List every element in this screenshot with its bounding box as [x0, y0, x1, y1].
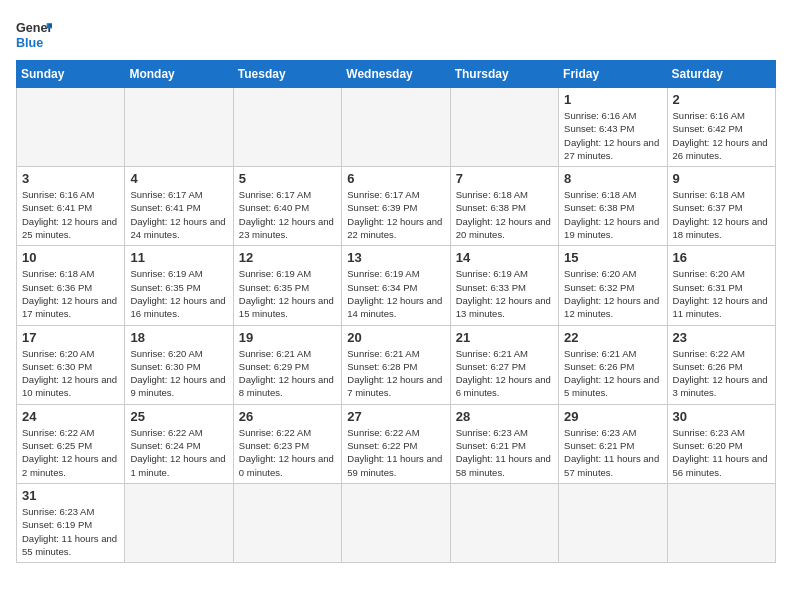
day-info: Sunrise: 6:19 AM Sunset: 6:34 PM Dayligh…	[347, 267, 444, 320]
day-cell	[450, 88, 558, 167]
day-number: 3	[22, 171, 119, 186]
day-number: 1	[564, 92, 661, 107]
day-info: Sunrise: 6:19 AM Sunset: 6:35 PM Dayligh…	[239, 267, 336, 320]
day-info: Sunrise: 6:21 AM Sunset: 6:26 PM Dayligh…	[564, 347, 661, 400]
day-number: 20	[347, 330, 444, 345]
day-info: Sunrise: 6:23 AM Sunset: 6:20 PM Dayligh…	[673, 426, 770, 479]
day-info: Sunrise: 6:20 AM Sunset: 6:32 PM Dayligh…	[564, 267, 661, 320]
week-row-5: 24Sunrise: 6:22 AM Sunset: 6:25 PM Dayli…	[17, 404, 776, 483]
day-info: Sunrise: 6:23 AM Sunset: 6:21 PM Dayligh…	[564, 426, 661, 479]
weekday-header-row: SundayMondayTuesdayWednesdayThursdayFrid…	[17, 61, 776, 88]
day-number: 15	[564, 250, 661, 265]
day-info: Sunrise: 6:22 AM Sunset: 6:22 PM Dayligh…	[347, 426, 444, 479]
day-cell: 7Sunrise: 6:18 AM Sunset: 6:38 PM Daylig…	[450, 167, 558, 246]
day-number: 13	[347, 250, 444, 265]
day-cell	[125, 483, 233, 562]
weekday-header-thursday: Thursday	[450, 61, 558, 88]
day-number: 10	[22, 250, 119, 265]
day-cell: 28Sunrise: 6:23 AM Sunset: 6:21 PM Dayli…	[450, 404, 558, 483]
day-info: Sunrise: 6:18 AM Sunset: 6:37 PM Dayligh…	[673, 188, 770, 241]
day-info: Sunrise: 6:21 AM Sunset: 6:29 PM Dayligh…	[239, 347, 336, 400]
day-number: 7	[456, 171, 553, 186]
day-cell: 10Sunrise: 6:18 AM Sunset: 6:36 PM Dayli…	[17, 246, 125, 325]
week-row-4: 17Sunrise: 6:20 AM Sunset: 6:30 PM Dayli…	[17, 325, 776, 404]
day-number: 19	[239, 330, 336, 345]
day-number: 14	[456, 250, 553, 265]
day-cell	[450, 483, 558, 562]
weekday-header-friday: Friday	[559, 61, 667, 88]
header: General Blue	[16, 16, 776, 52]
day-number: 18	[130, 330, 227, 345]
day-cell: 3Sunrise: 6:16 AM Sunset: 6:41 PM Daylig…	[17, 167, 125, 246]
svg-text:Blue: Blue	[16, 36, 43, 50]
day-number: 26	[239, 409, 336, 424]
day-cell: 25Sunrise: 6:22 AM Sunset: 6:24 PM Dayli…	[125, 404, 233, 483]
day-cell: 9Sunrise: 6:18 AM Sunset: 6:37 PM Daylig…	[667, 167, 775, 246]
day-cell: 5Sunrise: 6:17 AM Sunset: 6:40 PM Daylig…	[233, 167, 341, 246]
day-number: 21	[456, 330, 553, 345]
day-info: Sunrise: 6:19 AM Sunset: 6:35 PM Dayligh…	[130, 267, 227, 320]
day-cell: 18Sunrise: 6:20 AM Sunset: 6:30 PM Dayli…	[125, 325, 233, 404]
day-number: 16	[673, 250, 770, 265]
day-info: Sunrise: 6:22 AM Sunset: 6:24 PM Dayligh…	[130, 426, 227, 479]
day-cell: 26Sunrise: 6:22 AM Sunset: 6:23 PM Dayli…	[233, 404, 341, 483]
day-number: 30	[673, 409, 770, 424]
day-cell: 15Sunrise: 6:20 AM Sunset: 6:32 PM Dayli…	[559, 246, 667, 325]
calendar-table: SundayMondayTuesdayWednesdayThursdayFrid…	[16, 60, 776, 563]
weekday-header-wednesday: Wednesday	[342, 61, 450, 88]
day-info: Sunrise: 6:21 AM Sunset: 6:27 PM Dayligh…	[456, 347, 553, 400]
day-cell	[233, 88, 341, 167]
day-info: Sunrise: 6:23 AM Sunset: 6:21 PM Dayligh…	[456, 426, 553, 479]
day-number: 22	[564, 330, 661, 345]
day-number: 6	[347, 171, 444, 186]
day-cell: 2Sunrise: 6:16 AM Sunset: 6:42 PM Daylig…	[667, 88, 775, 167]
day-cell: 19Sunrise: 6:21 AM Sunset: 6:29 PM Dayli…	[233, 325, 341, 404]
day-number: 29	[564, 409, 661, 424]
day-cell: 31Sunrise: 6:23 AM Sunset: 6:19 PM Dayli…	[17, 483, 125, 562]
day-number: 31	[22, 488, 119, 503]
day-info: Sunrise: 6:22 AM Sunset: 6:25 PM Dayligh…	[22, 426, 119, 479]
day-number: 12	[239, 250, 336, 265]
day-info: Sunrise: 6:16 AM Sunset: 6:43 PM Dayligh…	[564, 109, 661, 162]
day-cell: 13Sunrise: 6:19 AM Sunset: 6:34 PM Dayli…	[342, 246, 450, 325]
day-cell: 16Sunrise: 6:20 AM Sunset: 6:31 PM Dayli…	[667, 246, 775, 325]
day-info: Sunrise: 6:22 AM Sunset: 6:26 PM Dayligh…	[673, 347, 770, 400]
day-cell: 14Sunrise: 6:19 AM Sunset: 6:33 PM Dayli…	[450, 246, 558, 325]
week-row-3: 10Sunrise: 6:18 AM Sunset: 6:36 PM Dayli…	[17, 246, 776, 325]
day-cell	[667, 483, 775, 562]
day-number: 9	[673, 171, 770, 186]
day-number: 4	[130, 171, 227, 186]
day-info: Sunrise: 6:21 AM Sunset: 6:28 PM Dayligh…	[347, 347, 444, 400]
day-cell: 17Sunrise: 6:20 AM Sunset: 6:30 PM Dayli…	[17, 325, 125, 404]
day-cell: 12Sunrise: 6:19 AM Sunset: 6:35 PM Dayli…	[233, 246, 341, 325]
day-number: 28	[456, 409, 553, 424]
week-row-1: 1Sunrise: 6:16 AM Sunset: 6:43 PM Daylig…	[17, 88, 776, 167]
logo-icon: General Blue	[16, 16, 52, 52]
day-info: Sunrise: 6:17 AM Sunset: 6:40 PM Dayligh…	[239, 188, 336, 241]
week-row-2: 3Sunrise: 6:16 AM Sunset: 6:41 PM Daylig…	[17, 167, 776, 246]
day-cell: 21Sunrise: 6:21 AM Sunset: 6:27 PM Dayli…	[450, 325, 558, 404]
day-cell	[559, 483, 667, 562]
day-cell	[125, 88, 233, 167]
day-info: Sunrise: 6:19 AM Sunset: 6:33 PM Dayligh…	[456, 267, 553, 320]
day-info: Sunrise: 6:16 AM Sunset: 6:42 PM Dayligh…	[673, 109, 770, 162]
day-cell: 24Sunrise: 6:22 AM Sunset: 6:25 PM Dayli…	[17, 404, 125, 483]
day-number: 23	[673, 330, 770, 345]
day-info: Sunrise: 6:20 AM Sunset: 6:31 PM Dayligh…	[673, 267, 770, 320]
day-number: 11	[130, 250, 227, 265]
day-cell: 22Sunrise: 6:21 AM Sunset: 6:26 PM Dayli…	[559, 325, 667, 404]
day-cell: 6Sunrise: 6:17 AM Sunset: 6:39 PM Daylig…	[342, 167, 450, 246]
day-cell	[342, 483, 450, 562]
day-info: Sunrise: 6:17 AM Sunset: 6:41 PM Dayligh…	[130, 188, 227, 241]
day-cell: 27Sunrise: 6:22 AM Sunset: 6:22 PM Dayli…	[342, 404, 450, 483]
weekday-header-sunday: Sunday	[17, 61, 125, 88]
day-info: Sunrise: 6:18 AM Sunset: 6:38 PM Dayligh…	[564, 188, 661, 241]
logo: General Blue	[16, 16, 52, 52]
day-cell: 30Sunrise: 6:23 AM Sunset: 6:20 PM Dayli…	[667, 404, 775, 483]
day-cell: 8Sunrise: 6:18 AM Sunset: 6:38 PM Daylig…	[559, 167, 667, 246]
day-cell: 29Sunrise: 6:23 AM Sunset: 6:21 PM Dayli…	[559, 404, 667, 483]
day-number: 24	[22, 409, 119, 424]
day-cell	[233, 483, 341, 562]
day-number: 27	[347, 409, 444, 424]
weekday-header-saturday: Saturday	[667, 61, 775, 88]
